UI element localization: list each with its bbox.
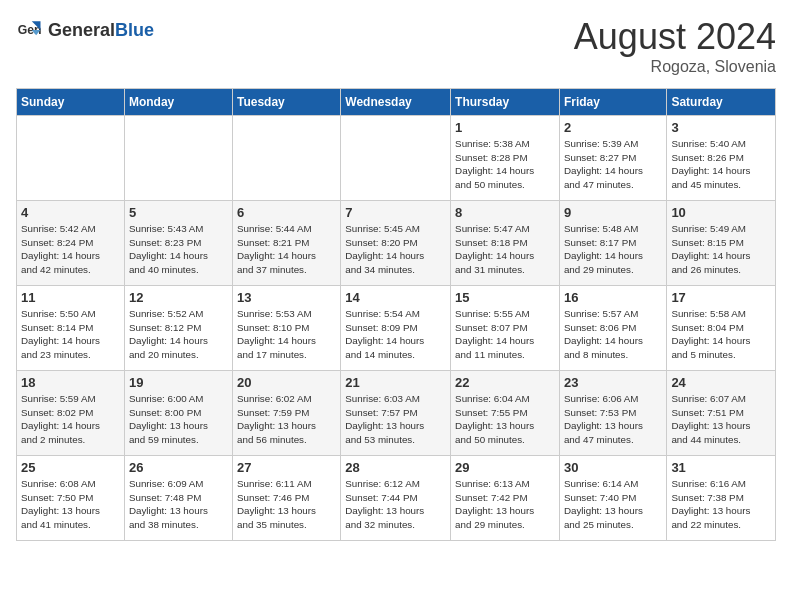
day-number: 14: [345, 290, 446, 305]
day-info: Sunrise: 5:42 AM Sunset: 8:24 PM Dayligh…: [21, 222, 120, 277]
calendar-week-1: 1Sunrise: 5:38 AM Sunset: 8:28 PM Daylig…: [17, 116, 776, 201]
calendar-cell: 6Sunrise: 5:44 AM Sunset: 8:21 PM Daylig…: [232, 201, 340, 286]
calendar-cell: 29Sunrise: 6:13 AM Sunset: 7:42 PM Dayli…: [451, 456, 560, 541]
day-info: Sunrise: 5:48 AM Sunset: 8:17 PM Dayligh…: [564, 222, 662, 277]
logo: Gen GeneralBlue: [16, 16, 154, 44]
day-number: 3: [671, 120, 771, 135]
calendar-table: SundayMondayTuesdayWednesdayThursdayFrid…: [16, 88, 776, 541]
calendar-cell: 12Sunrise: 5:52 AM Sunset: 8:12 PM Dayli…: [124, 286, 232, 371]
day-number: 9: [564, 205, 662, 220]
calendar-cell: 19Sunrise: 6:00 AM Sunset: 8:00 PM Dayli…: [124, 371, 232, 456]
day-info: Sunrise: 6:16 AM Sunset: 7:38 PM Dayligh…: [671, 477, 771, 532]
calendar-cell: 14Sunrise: 5:54 AM Sunset: 8:09 PM Dayli…: [341, 286, 451, 371]
day-info: Sunrise: 5:59 AM Sunset: 8:02 PM Dayligh…: [21, 392, 120, 447]
day-info: Sunrise: 6:12 AM Sunset: 7:44 PM Dayligh…: [345, 477, 446, 532]
day-number: 16: [564, 290, 662, 305]
calendar-cell: 11Sunrise: 5:50 AM Sunset: 8:14 PM Dayli…: [17, 286, 125, 371]
day-number: 6: [237, 205, 336, 220]
location: Rogoza, Slovenia: [574, 58, 776, 76]
weekday-header-sunday: Sunday: [17, 89, 125, 116]
day-number: 21: [345, 375, 446, 390]
calendar-cell: 25Sunrise: 6:08 AM Sunset: 7:50 PM Dayli…: [17, 456, 125, 541]
weekday-header-saturday: Saturday: [667, 89, 776, 116]
day-number: 20: [237, 375, 336, 390]
weekday-header-thursday: Thursday: [451, 89, 560, 116]
calendar-cell: 3Sunrise: 5:40 AM Sunset: 8:26 PM Daylig…: [667, 116, 776, 201]
page-header: Gen GeneralBlue August 2024 Rogoza, Slov…: [16, 16, 776, 76]
day-info: Sunrise: 5:55 AM Sunset: 8:07 PM Dayligh…: [455, 307, 555, 362]
day-number: 10: [671, 205, 771, 220]
weekday-header-tuesday: Tuesday: [232, 89, 340, 116]
day-number: 28: [345, 460, 446, 475]
calendar-cell: 27Sunrise: 6:11 AM Sunset: 7:46 PM Dayli…: [232, 456, 340, 541]
day-number: 13: [237, 290, 336, 305]
weekday-header-row: SundayMondayTuesdayWednesdayThursdayFrid…: [17, 89, 776, 116]
calendar-cell: 26Sunrise: 6:09 AM Sunset: 7:48 PM Dayli…: [124, 456, 232, 541]
day-info: Sunrise: 6:02 AM Sunset: 7:59 PM Dayligh…: [237, 392, 336, 447]
calendar-cell: [124, 116, 232, 201]
calendar-week-5: 25Sunrise: 6:08 AM Sunset: 7:50 PM Dayli…: [17, 456, 776, 541]
calendar-cell: 24Sunrise: 6:07 AM Sunset: 7:51 PM Dayli…: [667, 371, 776, 456]
day-number: 24: [671, 375, 771, 390]
calendar-cell: 18Sunrise: 5:59 AM Sunset: 8:02 PM Dayli…: [17, 371, 125, 456]
calendar-cell: 8Sunrise: 5:47 AM Sunset: 8:18 PM Daylig…: [451, 201, 560, 286]
day-number: 19: [129, 375, 228, 390]
calendar-cell: 28Sunrise: 6:12 AM Sunset: 7:44 PM Dayli…: [341, 456, 451, 541]
day-number: 5: [129, 205, 228, 220]
day-info: Sunrise: 5:44 AM Sunset: 8:21 PM Dayligh…: [237, 222, 336, 277]
calendar-cell: 15Sunrise: 5:55 AM Sunset: 8:07 PM Dayli…: [451, 286, 560, 371]
day-number: 26: [129, 460, 228, 475]
day-info: Sunrise: 5:57 AM Sunset: 8:06 PM Dayligh…: [564, 307, 662, 362]
calendar-body: 1Sunrise: 5:38 AM Sunset: 8:28 PM Daylig…: [17, 116, 776, 541]
day-number: 17: [671, 290, 771, 305]
calendar-cell: 22Sunrise: 6:04 AM Sunset: 7:55 PM Dayli…: [451, 371, 560, 456]
day-info: Sunrise: 6:03 AM Sunset: 7:57 PM Dayligh…: [345, 392, 446, 447]
day-info: Sunrise: 6:14 AM Sunset: 7:40 PM Dayligh…: [564, 477, 662, 532]
calendar-cell: [17, 116, 125, 201]
day-number: 25: [21, 460, 120, 475]
day-info: Sunrise: 5:49 AM Sunset: 8:15 PM Dayligh…: [671, 222, 771, 277]
day-info: Sunrise: 5:47 AM Sunset: 8:18 PM Dayligh…: [455, 222, 555, 277]
calendar-cell: 1Sunrise: 5:38 AM Sunset: 8:28 PM Daylig…: [451, 116, 560, 201]
calendar-cell: 16Sunrise: 5:57 AM Sunset: 8:06 PM Dayli…: [559, 286, 666, 371]
day-number: 7: [345, 205, 446, 220]
day-number: 22: [455, 375, 555, 390]
calendar-week-4: 18Sunrise: 5:59 AM Sunset: 8:02 PM Dayli…: [17, 371, 776, 456]
logo-icon: Gen: [16, 16, 44, 44]
day-info: Sunrise: 5:54 AM Sunset: 8:09 PM Dayligh…: [345, 307, 446, 362]
day-number: 31: [671, 460, 771, 475]
day-info: Sunrise: 5:58 AM Sunset: 8:04 PM Dayligh…: [671, 307, 771, 362]
day-info: Sunrise: 6:08 AM Sunset: 7:50 PM Dayligh…: [21, 477, 120, 532]
logo-blue: Blue: [115, 20, 154, 40]
calendar-cell: 10Sunrise: 5:49 AM Sunset: 8:15 PM Dayli…: [667, 201, 776, 286]
day-info: Sunrise: 6:04 AM Sunset: 7:55 PM Dayligh…: [455, 392, 555, 447]
weekday-header-monday: Monday: [124, 89, 232, 116]
day-info: Sunrise: 6:06 AM Sunset: 7:53 PM Dayligh…: [564, 392, 662, 447]
day-number: 27: [237, 460, 336, 475]
day-info: Sunrise: 5:45 AM Sunset: 8:20 PM Dayligh…: [345, 222, 446, 277]
day-number: 15: [455, 290, 555, 305]
day-number: 18: [21, 375, 120, 390]
calendar-header: SundayMondayTuesdayWednesdayThursdayFrid…: [17, 89, 776, 116]
day-info: Sunrise: 5:39 AM Sunset: 8:27 PM Dayligh…: [564, 137, 662, 192]
day-number: 12: [129, 290, 228, 305]
calendar-cell: 4Sunrise: 5:42 AM Sunset: 8:24 PM Daylig…: [17, 201, 125, 286]
weekday-header-wednesday: Wednesday: [341, 89, 451, 116]
calendar-cell: 2Sunrise: 5:39 AM Sunset: 8:27 PM Daylig…: [559, 116, 666, 201]
day-info: Sunrise: 5:38 AM Sunset: 8:28 PM Dayligh…: [455, 137, 555, 192]
day-info: Sunrise: 6:09 AM Sunset: 7:48 PM Dayligh…: [129, 477, 228, 532]
calendar-cell: [232, 116, 340, 201]
calendar-week-2: 4Sunrise: 5:42 AM Sunset: 8:24 PM Daylig…: [17, 201, 776, 286]
calendar-cell: [341, 116, 451, 201]
day-info: Sunrise: 5:52 AM Sunset: 8:12 PM Dayligh…: [129, 307, 228, 362]
weekday-header-friday: Friday: [559, 89, 666, 116]
day-number: 11: [21, 290, 120, 305]
calendar-cell: 5Sunrise: 5:43 AM Sunset: 8:23 PM Daylig…: [124, 201, 232, 286]
day-number: 30: [564, 460, 662, 475]
day-number: 1: [455, 120, 555, 135]
calendar-cell: 21Sunrise: 6:03 AM Sunset: 7:57 PM Dayli…: [341, 371, 451, 456]
day-number: 8: [455, 205, 555, 220]
calendar-cell: 17Sunrise: 5:58 AM Sunset: 8:04 PM Dayli…: [667, 286, 776, 371]
calendar-week-3: 11Sunrise: 5:50 AM Sunset: 8:14 PM Dayli…: [17, 286, 776, 371]
day-info: Sunrise: 6:00 AM Sunset: 8:00 PM Dayligh…: [129, 392, 228, 447]
